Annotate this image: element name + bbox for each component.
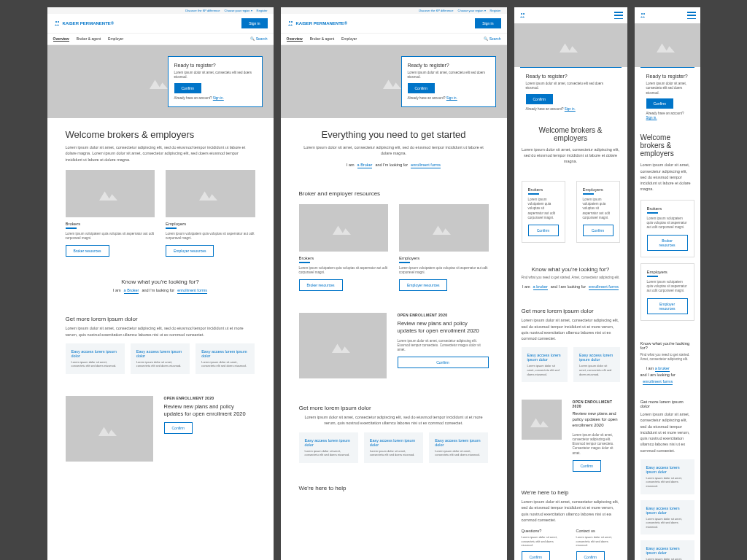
- nav-overview[interactable]: Overview: [287, 36, 303, 42]
- know-section: Know what you're looking for? I am a Bro…: [47, 268, 274, 305]
- logo[interactable]: [519, 12, 526, 18]
- hero: [635, 23, 700, 67]
- access-tile: Easy access lorem ipsum dolorLorem ipsum…: [131, 343, 190, 374]
- register-card: Ready to register? Lorem ipsum dolor sit…: [401, 56, 496, 107]
- nav-employer[interactable]: Employer: [341, 36, 357, 42]
- employer-resources-button[interactable]: Employer resources: [166, 245, 214, 257]
- tile-link[interactable]: Easy access lorem ipsum dolor: [527, 353, 562, 362]
- welcome-section: Everything you need to get started Lorem…: [281, 118, 507, 179]
- tile-link[interactable]: Easy access lorem ipsum dolor: [370, 438, 417, 447]
- search-link[interactable]: 🔍 Search: [484, 36, 500, 42]
- enrollment-image: [66, 396, 153, 462]
- region-select[interactable]: Choose your region ▾: [458, 9, 486, 12]
- role-select[interactable]: a Broker: [124, 288, 139, 294]
- register-body: Lorem ipsum dolor sit amet, consectetu e…: [174, 71, 256, 80]
- need-select[interactable]: enrollment forms: [177, 288, 207, 294]
- sign-in-link[interactable]: Sign in.: [213, 96, 224, 100]
- access-tile: Easy access lorem ipsum dolorLorem ipsum…: [522, 347, 568, 382]
- need-select[interactable]: enrollment forms: [411, 163, 441, 168]
- register-link[interactable]: Register: [490, 9, 501, 12]
- more-section: Get more lorem ipsum dolor Lorem ipsum d…: [281, 394, 507, 474]
- enrollment-button[interactable]: Confirm: [164, 422, 193, 434]
- desktop-variant-b: Discover the KP difference Choose your r…: [281, 7, 507, 560]
- register-confirm-button[interactable]: Confirm: [526, 94, 554, 104]
- kp-diff-link[interactable]: Discover the KP difference: [185, 9, 220, 12]
- need-select[interactable]: enrollment forms: [589, 284, 619, 290]
- contact-button[interactable]: Confirm: [576, 551, 605, 560]
- tile-link[interactable]: Easy access lorem ipsum dolor: [305, 438, 352, 447]
- register-link[interactable]: Register: [257, 9, 268, 12]
- need-select[interactable]: enrollment forms: [643, 379, 673, 385]
- broker-resources-button[interactable]: Broker resources: [66, 245, 109, 257]
- employers-column: Employers Lorem ipsum volutpatem quia vo…: [399, 204, 489, 292]
- access-tile: Easy access lorem ipsum dolorLorem ipsum…: [573, 347, 620, 382]
- tile-link[interactable]: Easy access lorem ipsum dolor: [71, 349, 119, 358]
- tile-link[interactable]: Easy access lorem ipsum dolor: [646, 506, 689, 515]
- region-select[interactable]: Choose your region ▾: [225, 9, 252, 12]
- resources-heading: Broker and employer resources: [299, 190, 489, 197]
- nav-broker[interactable]: Broker & agent: [77, 36, 101, 42]
- sign-in-link[interactable]: Sign in.: [646, 116, 657, 120]
- sign-in-link[interactable]: Sign in.: [565, 107, 576, 111]
- register-card: Ready to register? Lorem ipsum dolor sit…: [640, 67, 694, 126]
- access-tile: Easy access lorem ipsum dolorLorem ipsum…: [66, 343, 125, 374]
- brokers-image: [66, 170, 155, 217]
- role-select[interactable]: a broker: [533, 284, 548, 290]
- nav-employer[interactable]: Employer: [108, 36, 123, 42]
- nav-broker[interactable]: Broker & agent: [310, 36, 334, 42]
- role-select[interactable]: a broker: [655, 366, 670, 372]
- tile-link[interactable]: Easy access lorem ipsum dolor: [136, 349, 184, 358]
- nav-overview[interactable]: Overview: [53, 36, 69, 42]
- logo[interactable]: [639, 12, 646, 18]
- welcome-section: Welcome brokers & employers Lorem ipsum …: [514, 117, 627, 174]
- register-title: Ready to register?: [174, 63, 256, 68]
- resources-section: Broker and employer resources Brokers Lo…: [281, 179, 507, 303]
- tile-link[interactable]: Easy access lorem ipsum dolor: [435, 438, 482, 447]
- hamburger-icon[interactable]: [687, 12, 696, 19]
- brokers-confirm-button[interactable]: Confirm: [528, 225, 559, 236]
- desktop-variant-a: Discover the KP difference Choose your r…: [47, 7, 274, 560]
- hero: Ready to register? Lorem ipsum dolor sit…: [281, 45, 507, 118]
- tile-link[interactable]: Easy access lorem ipsum dolor: [579, 353, 614, 362]
- welcome-section: Welcome brokers & employers Lorem ipsum …: [47, 118, 274, 268]
- brokers-card: Brokers Lorem ipsum volutpatem quia volu…: [522, 181, 565, 243]
- sign-in-link[interactable]: Sign in.: [446, 96, 457, 100]
- enrollment-section: OPEN ENROLLMENT 2020 Review new plans an…: [47, 385, 274, 477]
- hero: Ready to register? Lorem ipsum dolor sit…: [47, 45, 274, 118]
- register-confirm-button[interactable]: Confirm: [174, 83, 202, 93]
- employers-confirm-button[interactable]: Confirm: [583, 225, 614, 236]
- logo[interactable]: KAISER PERMANENTE®: [53, 20, 115, 26]
- enrollment-button[interactable]: Confirm: [398, 357, 489, 368]
- search-link[interactable]: 🔍 Search: [250, 36, 267, 42]
- hamburger-icon[interactable]: [614, 12, 623, 19]
- broker-resources-button[interactable]: Broker resources: [647, 235, 688, 251]
- already-account: Already have an account? Sign in.: [174, 96, 256, 101]
- register-confirm-button[interactable]: Confirm: [408, 83, 436, 93]
- role-select[interactable]: a Broker: [357, 163, 373, 168]
- utility-nav: Discover the KP difference Choose your r…: [47, 7, 274, 14]
- help-section: We're here to help Lorem ipsum dolor sit…: [514, 481, 627, 560]
- access-tile: Easy access lorem ipsum dolorLorem ipsum…: [196, 343, 255, 374]
- sign-in-button[interactable]: Sign in: [475, 18, 500, 28]
- broker-resources-button[interactable]: Broker resources: [299, 279, 343, 291]
- primary-nav: Overview Broker & agent Employer 🔍 Searc…: [47, 34, 274, 45]
- questions-button[interactable]: Confirm: [522, 551, 551, 560]
- help-section: We're here to help: [281, 474, 507, 505]
- enrollment-kicker: OPEN ENROLLMENT 2020: [164, 396, 255, 400]
- tile-link[interactable]: Easy access lorem ipsum dolor: [201, 349, 249, 358]
- kp-diff-link[interactable]: Discover the KP difference: [419, 9, 453, 12]
- employer-resources-button[interactable]: Employer resources: [399, 279, 447, 291]
- brokers-card: Brokers Lorem ipsum volutpatem quia volu…: [640, 200, 694, 257]
- contact-column: Contact us Lorem ipsum dolor sit amet, c…: [576, 529, 620, 560]
- logo[interactable]: KAISER PERMANENTE®: [287, 20, 348, 26]
- mobile-variant: Ready to register? Lorem ipsum dolor sit…: [635, 7, 700, 560]
- tile-link[interactable]: Easy access lorem ipsum dolor: [646, 546, 689, 555]
- register-confirm-button[interactable]: Confirm: [646, 98, 674, 109]
- employer-resources-button[interactable]: Employer resources: [647, 298, 688, 314]
- sign-in-button[interactable]: Sign in: [241, 18, 267, 28]
- employers-column: Employers Lorem ipsum volutpatem quia vo…: [166, 170, 255, 257]
- enrollment-button[interactable]: Confirm: [573, 460, 602, 472]
- access-tile: Easy access lorem ipsum dolorLorem ipsum…: [640, 459, 694, 494]
- header: KAISER PERMANENTE® Sign in: [47, 14, 274, 34]
- tile-link[interactable]: Easy access lorem ipsum dolor: [646, 465, 689, 474]
